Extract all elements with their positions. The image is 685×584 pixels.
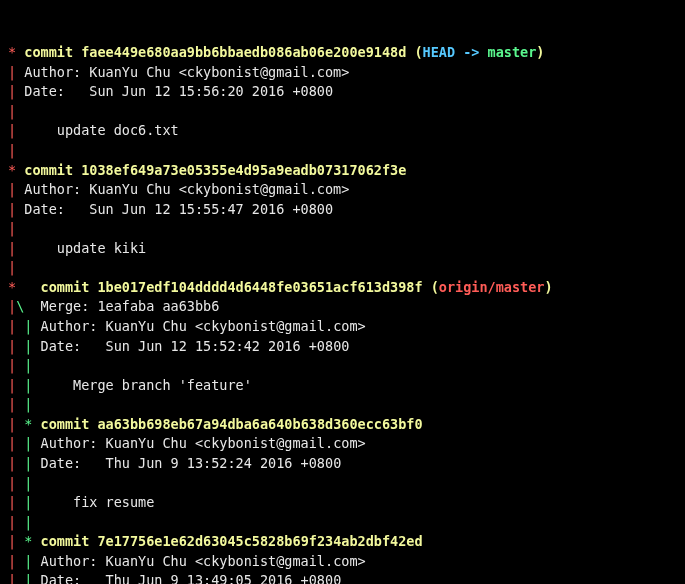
graph-star: * xyxy=(8,162,24,178)
graph-pipe: | xyxy=(8,494,24,510)
author-line: Author: KuanYu Chu <ckybonist@gmail.com> xyxy=(24,64,349,80)
graph-pipe: | xyxy=(8,357,24,373)
date-line: Date: Thu Jun 9 13:49:05 2016 +0800 xyxy=(41,572,342,584)
graph-pipe: | xyxy=(24,514,40,530)
graph-pipe: | xyxy=(8,553,24,569)
graph-pipe: | xyxy=(8,396,24,412)
graph-star: * xyxy=(24,533,40,549)
graph-pipe: | xyxy=(24,396,40,412)
graph-pipe: | xyxy=(8,338,24,354)
graph-pipe: | xyxy=(24,357,40,373)
graph-pipe: | xyxy=(24,435,40,451)
graph-pipe: | xyxy=(8,475,24,491)
graph-pipe: | xyxy=(8,201,24,217)
graph-star: * xyxy=(8,44,24,60)
author-line: Author: KuanYu Chu <ckybonist@gmail.com> xyxy=(41,318,366,334)
commit-word: commit xyxy=(41,416,98,432)
graph-pipe: | xyxy=(8,416,24,432)
date-line: Date: Sun Jun 12 15:55:47 2016 +0800 xyxy=(24,201,333,217)
graph-pipe: | xyxy=(8,83,24,99)
refs-open: ( xyxy=(423,279,439,295)
commit-hash: aa63bb698eb67a94dba6a640b638d360ecc63bf0 xyxy=(97,416,422,432)
date-line: Date: Sun Jun 12 15:56:20 2016 +0800 xyxy=(24,83,333,99)
author-line: Author: KuanYu Chu <ckybonist@gmail.com> xyxy=(24,181,349,197)
commit-message: update kiki xyxy=(24,240,146,256)
graph-pipe: | xyxy=(8,533,24,549)
graph-pipe: | xyxy=(24,318,40,334)
graph-pipe: | xyxy=(8,318,24,334)
graph-pipe: | xyxy=(8,572,24,584)
commit-hash: faee449e680aa9bb6bbaedb086ab06e200e9148d xyxy=(81,44,406,60)
commit-word: commit xyxy=(24,44,81,60)
commit-word: commit xyxy=(41,533,98,549)
graph-pipe: | xyxy=(24,475,40,491)
graph-pipe: | xyxy=(24,553,40,569)
commit-message: Merge branch 'feature' xyxy=(41,377,252,393)
graph-pipe: | xyxy=(8,240,24,256)
head-ref: HEAD -> xyxy=(423,44,488,60)
commit-word: commit xyxy=(24,162,81,178)
author-line: Author: KuanYu Chu <ckybonist@gmail.com> xyxy=(41,435,366,451)
graph-pipe: | xyxy=(24,455,40,471)
graph-star: * xyxy=(24,416,40,432)
graph-pipe: | xyxy=(8,220,24,236)
graph-pipe: | xyxy=(8,64,24,80)
graph-pipe: | xyxy=(8,259,24,275)
git-log-output: * commit faee449e680aa9bb6bbaedb086ab06e… xyxy=(8,43,677,584)
graph-pipe: | xyxy=(8,514,24,530)
graph-pipe: | xyxy=(8,142,24,158)
commit-message: fix resume xyxy=(41,494,155,510)
graph-pipe: | xyxy=(24,377,40,393)
graph-star: * xyxy=(8,279,41,295)
graph-branch: | xyxy=(8,298,16,314)
commit-word: commit xyxy=(41,279,98,295)
refs-close: ) xyxy=(544,279,552,295)
graph-branch: \ xyxy=(16,298,40,314)
graph-pipe: | xyxy=(8,122,24,138)
refs-open: ( xyxy=(406,44,422,60)
graph-pipe: | xyxy=(8,435,24,451)
graph-pipe: | xyxy=(24,494,40,510)
graph-pipe: | xyxy=(24,572,40,584)
graph-pipe: | xyxy=(8,377,24,393)
merge-line: Merge: 1eafaba aa63bb6 xyxy=(41,298,220,314)
commit-hash: 1be017edf104dddd4d6448fe03651acf613d398f xyxy=(97,279,422,295)
graph-pipe: | xyxy=(8,455,24,471)
commit-message: update doc6.txt xyxy=(24,122,178,138)
commit-hash: 1038ef649a73e05355e4d95a9eadb07317062f3e xyxy=(81,162,406,178)
commit-hash: 7e17756e1e62d63045c5828b69f234ab2dbf42ed xyxy=(97,533,422,549)
branch-master: master xyxy=(488,44,537,60)
graph-pipe: | xyxy=(8,103,24,119)
date-line: Date: Thu Jun 9 13:52:24 2016 +0800 xyxy=(41,455,342,471)
refs-close: ) xyxy=(536,44,544,60)
graph-pipe: | xyxy=(8,181,24,197)
author-line: Author: KuanYu Chu <ckybonist@gmail.com> xyxy=(41,553,366,569)
remote-ref: origin/master xyxy=(439,279,545,295)
date-line: Date: Sun Jun 12 15:52:42 2016 +0800 xyxy=(41,338,350,354)
graph-pipe: | xyxy=(24,338,40,354)
